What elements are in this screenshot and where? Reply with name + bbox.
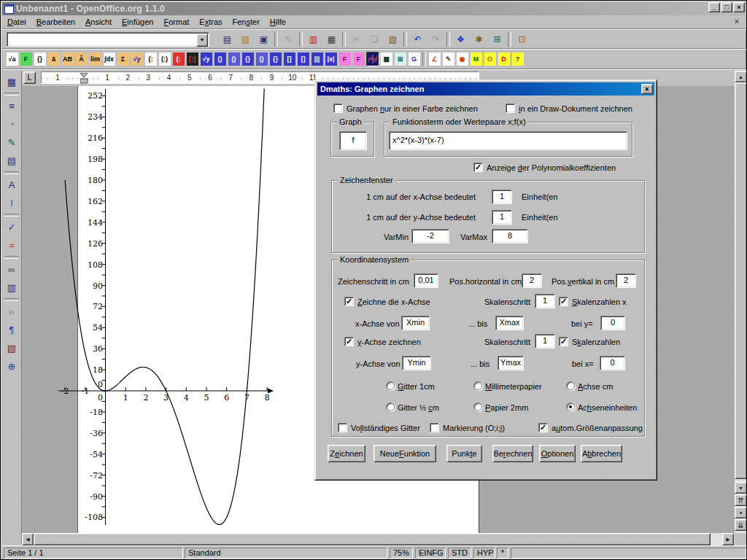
- dmaths-paren-colon-icon[interactable]: (:): [158, 52, 171, 66]
- dmaths-sum-icon[interactable]: Σ: [117, 52, 130, 66]
- spellcheck-icon[interactable]: ✓: [4, 219, 20, 236]
- tab-stop-corner-button[interactable]: L: [23, 71, 36, 84]
- gallery-icon[interactable]: ⊞: [489, 31, 506, 47]
- save-document-icon[interactable]: ▣: [255, 31, 272, 47]
- insert-table-icon[interactable]: ▦: [4, 74, 20, 90]
- dmaths-o-icon[interactable]: O: [484, 52, 497, 66]
- dmaths-brace2-blue-icon[interactable]: {}: [269, 52, 282, 66]
- dmaths-braces-icon[interactable]: {}: [34, 52, 47, 66]
- single-color-checkbox[interactable]: [333, 104, 343, 113]
- menu-hilfe[interactable]: Hilfe: [265, 16, 291, 28]
- navigator-icon[interactable]: ❖: [452, 31, 469, 47]
- dmaths-paren3-blue-icon[interactable]: (): [255, 52, 268, 66]
- x-to-field[interactable]: Xmax: [495, 316, 524, 330]
- function-term-input[interactable]: x^2*(x-3)*(x-7): [389, 131, 627, 150]
- scroll-right-icon[interactable]: ▶: [722, 533, 734, 545]
- dmaths-m-icon[interactable]: M: [470, 52, 483, 66]
- draw-y-axis-checkbox[interactable]: [344, 337, 354, 346]
- edit-file-icon[interactable]: ✎: [280, 31, 297, 47]
- status-hyperlink-mode[interactable]: HYP: [473, 548, 495, 559]
- markierung-checkbox[interactable]: [430, 423, 439, 432]
- papier-2mm-radio[interactable]: [473, 402, 482, 411]
- dmaths-limit-icon[interactable]: lim: [89, 52, 102, 66]
- achse-cm-radio[interactable]: [566, 381, 575, 390]
- next-page-icon[interactable]: ⇊: [735, 519, 747, 531]
- menu-einfuegen[interactable]: Einfügen: [117, 16, 158, 28]
- dmaths-edit-icon[interactable]: ✎: [442, 52, 455, 66]
- redo-icon[interactable]: ↷: [427, 31, 444, 47]
- punkte-button[interactable]: Punkte: [446, 445, 482, 462]
- autospellcheck-icon[interactable]: ≈: [4, 237, 20, 254]
- skalenschritt-x-field[interactable]: 1: [535, 294, 555, 308]
- form-icon[interactable]: ▤: [4, 152, 20, 169]
- y-axis-cm-field[interactable]: 1: [492, 210, 512, 225]
- pos-vertikal-field[interactable]: 2: [616, 273, 636, 288]
- status-zoom[interactable]: 75%: [390, 548, 413, 559]
- direct-cursor-icon[interactable]: I: [4, 195, 20, 211]
- dmaths-geogebra-icon[interactable]: G: [408, 52, 421, 66]
- dialog-close-icon[interactable]: ×: [641, 84, 653, 94]
- url-value[interactable]: [7, 33, 196, 46]
- dmaths-integral-icon[interactable]: ∫dx: [103, 52, 116, 66]
- horizontal-scrollbar[interactable]: ◀ ▶: [22, 533, 735, 545]
- gitter-halb-cm-radio[interactable]: [386, 402, 395, 411]
- menu-datei[interactable]: Datei: [2, 16, 31, 28]
- dmaths-cell-icon[interactable]: ⊞: [394, 52, 407, 66]
- pos-horizontal-field[interactable]: 2: [522, 273, 542, 288]
- berechnen-button[interactable]: Berechnen: [492, 445, 533, 462]
- vertical-scrollbar-thumb[interactable]: [735, 82, 747, 479]
- scroll-down-icon[interactable]: ▼: [735, 482, 747, 494]
- dmaths-grid-icon[interactable]: ▦: [380, 52, 393, 66]
- print-file-icon[interactable]: ▦: [323, 31, 340, 47]
- autotext-icon[interactable]: A: [4, 176, 20, 193]
- dmaths-draw-graph-icon[interactable]: [366, 52, 379, 66]
- dialog-title-bar[interactable]: Dmaths: Graphen zeichnen: [317, 82, 654, 96]
- data-sources-icon[interactable]: ▥: [4, 279, 20, 296]
- gitter-1cm-radio[interactable]: [386, 381, 395, 390]
- zeichnen-button[interactable]: Zeichnen: [328, 445, 365, 462]
- dmaths-brace-blue-icon[interactable]: {}: [241, 52, 255, 66]
- skalenzahlen-y-checkbox[interactable]: [559, 337, 568, 346]
- url-dropdown-icon[interactable]: ▼: [196, 34, 208, 47]
- stylist-icon[interactable]: ✱: [471, 31, 487, 47]
- new-document-icon[interactable]: ▤: [219, 31, 236, 47]
- dmaths-f-cursor-icon[interactable]: F: [352, 52, 365, 66]
- status-insert-mode[interactable]: EINFG: [415, 548, 446, 559]
- dmaths-bracket-blue-icon[interactable]: []: [283, 52, 296, 66]
- navigation-icon[interactable]: •: [735, 507, 747, 518]
- dmaths-angle-icon[interactable]: Â: [75, 52, 88, 66]
- varmax-field[interactable]: 8: [492, 229, 528, 244]
- dmaths-vector-icon[interactable]: ā: [47, 52, 61, 66]
- skalenzahlen-x-checkbox[interactable]: [559, 297, 568, 306]
- optionen-button[interactable]: Optionen: [539, 445, 576, 462]
- dmaths-bracket2-blue-icon[interactable]: []: [297, 52, 310, 66]
- x-from-field[interactable]: Xmin: [401, 316, 430, 330]
- scroll-left-icon[interactable]: ◀: [22, 533, 34, 545]
- dmaths-abs-icon[interactable]: |x|: [325, 52, 338, 66]
- draw-x-axis-checkbox[interactable]: [344, 297, 354, 306]
- draw-document-checkbox[interactable]: [506, 104, 515, 113]
- y-to-field[interactable]: Ymax: [498, 356, 524, 370]
- millimeterpapier-radio[interactable]: [473, 381, 482, 390]
- graphics-onoff-icon[interactable]: ▧: [4, 340, 20, 357]
- menu-bearbeiten[interactable]: Bearbeiten: [31, 16, 80, 28]
- neue-funktion-button[interactable]: Neue Funktion: [374, 445, 436, 462]
- y-from-field[interactable]: Ymin: [402, 356, 431, 370]
- copy-icon[interactable]: ❏: [366, 31, 383, 47]
- x-axis-cm-field[interactable]: 1: [492, 190, 512, 204]
- bei-y-field[interactable]: 0: [600, 316, 625, 330]
- paste-icon[interactable]: ▨: [384, 31, 401, 47]
- status-page-style[interactable]: Standard: [185, 548, 387, 559]
- zoom-icon[interactable]: ○: [4, 303, 20, 320]
- dmaths-dialog[interactable]: Dmaths: Graphen zeichnen × Graphen nur i…: [314, 79, 657, 481]
- polynomial-coefficients-checkbox[interactable]: [473, 163, 483, 172]
- achseneinheiten-radio[interactable]: [566, 402, 575, 411]
- online-layout-icon[interactable]: ⊕: [4, 358, 20, 375]
- autosize-checkbox[interactable]: [538, 423, 548, 432]
- dmaths-segment-icon[interactable]: AB: [61, 52, 74, 66]
- menu-fenster[interactable]: Fenster: [228, 16, 265, 28]
- indent-marker[interactable]: [80, 73, 88, 84]
- url-combobox[interactable]: ▼: [7, 32, 209, 47]
- graph-name-field[interactable]: f: [339, 131, 367, 150]
- varmin-field[interactable]: -2: [411, 229, 449, 244]
